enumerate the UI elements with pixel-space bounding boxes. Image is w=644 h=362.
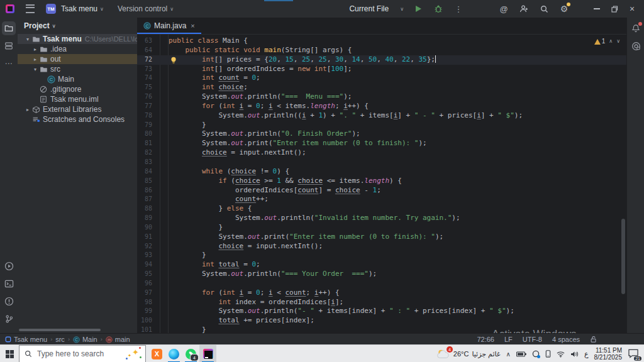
keyboard-language-indicator[interactable]: ع	[584, 350, 589, 358]
tab-main-java[interactable]: C Main.java ×	[137, 18, 201, 34]
indent-style[interactable]: 4 spaces	[552, 336, 580, 343]
code-line-93[interactable]: 93 }	[137, 251, 626, 260]
code-line-85[interactable]: 85 if (choice >= 1 && choice <= items.le…	[137, 177, 626, 186]
close-icon[interactable]: ×	[191, 22, 194, 30]
tree-item-out[interactable]: ▸out	[18, 54, 137, 64]
vcs-dropdown[interactable]: Version control	[118, 4, 167, 13]
chevron-collapsed-icon[interactable]: ▸	[31, 47, 39, 52]
code-line-76[interactable]: 76 System.out.println("=== Menu ===");	[137, 92, 626, 102]
unlock-icon[interactable]	[590, 336, 597, 343]
action-center-button[interactable]: 21	[628, 348, 640, 359]
tree-item-src[interactable]: ▾src	[18, 64, 137, 74]
tree-item-tsak-menu[interactable]: ▾Tsak menuC:\Users\DELL\IdeaProje	[18, 34, 137, 44]
caret-position[interactable]: 72:66	[477, 336, 494, 343]
start-button[interactable]	[0, 345, 19, 362]
volume-icon[interactable]	[570, 351, 579, 358]
chevron-expanded-icon[interactable]: ▾	[31, 67, 39, 72]
code-line-89[interactable]: 89 System.out.println("Invalid item numb…	[137, 214, 626, 223]
code-line-64[interactable]: 64 public static void main(String[] args…	[137, 46, 626, 55]
phone-icon[interactable]	[545, 350, 551, 358]
ai-assistant-tool-button[interactable]	[629, 39, 643, 53]
code-line-82[interactable]: 82 choice = input.nextInt();	[137, 148, 626, 158]
code-line-73[interactable]: 73 int[] orderedIndices = new int[100];	[137, 65, 626, 74]
terminal-tool-button[interactable]	[2, 277, 16, 290]
minimize-button[interactable]	[592, 8, 601, 9]
tree-item--idea[interactable]: ▸.idea	[18, 44, 137, 54]
code-line-63[interactable]: 63public class Main {	[137, 36, 626, 46]
code-line-94[interactable]: 94 int total = 0;	[137, 260, 626, 270]
tree-item-main[interactable]: CMain	[18, 74, 137, 84]
project-horizontal-scrollbar[interactable]	[19, 329, 101, 331]
next-problem-icon[interactable]: ∨	[616, 38, 620, 44]
inspections-widget[interactable]: 1 ∧ ∨	[594, 38, 620, 45]
battery-icon[interactable]	[516, 351, 526, 357]
close-button[interactable]: ×	[628, 4, 636, 14]
code-view[interactable]: 63public class Main {64 public static vo…	[137, 35, 626, 333]
breadcrumb-item-main[interactable]: mmain	[106, 336, 130, 343]
code-line-79[interactable]: 79 }	[137, 121, 626, 130]
code-line-96[interactable]: 96	[137, 279, 626, 288]
code-line-84[interactable]: 84 while (choice != 0) {	[137, 167, 626, 177]
code-line-100[interactable]: 100 total += prices[index];	[137, 316, 626, 326]
tray-expand-icon[interactable]: ∧	[506, 351, 511, 358]
taskbar-app-edge[interactable]	[165, 345, 182, 362]
structure-tool-button[interactable]	[2, 39, 16, 53]
code-line-78[interactable]: 78 System.out.println((i + 1) + ". " + i…	[137, 111, 626, 121]
prev-problem-icon[interactable]: ∧	[609, 38, 613, 44]
taskbar-search-input[interactable]: Type here to search ✦✦	[19, 345, 146, 362]
breadcrumb-item-src[interactable]: src	[55, 336, 65, 343]
chevron-collapsed-icon[interactable]: ▸	[24, 107, 31, 112]
debug-button[interactable]	[433, 3, 444, 14]
run-config-dropdown[interactable]: Current File	[349, 4, 389, 13]
tree-item-external-libraries[interactable]: ▸External Libraries	[18, 104, 137, 114]
code-line-87[interactable]: 87 count++;	[137, 195, 626, 204]
weather-widget[interactable]: 4 26°C غائم جزئيا	[436, 349, 501, 359]
problems-tool-button[interactable]	[2, 294, 16, 308]
taskbar-clock[interactable]: 11:51 PM 8/21/2025	[594, 347, 623, 361]
taskbar-app-xampp[interactable]: X	[148, 345, 165, 362]
chevron-expanded-icon[interactable]: ▾	[24, 36, 31, 42]
taskbar-app-intellij[interactable]	[199, 345, 216, 362]
line-separator[interactable]: LF	[504, 336, 513, 343]
intention-bulb-icon[interactable]	[170, 57, 177, 64]
code-line-83[interactable]: 83	[137, 158, 626, 167]
code-line-72[interactable]: 72 int[] prices = {20, 15, 25, 25, 30, 1…	[137, 55, 626, 65]
code-line-81[interactable]: 81 System.out.print("Enter item number (…	[137, 139, 626, 148]
run-tool-button[interactable]	[2, 259, 16, 273]
code-line-88[interactable]: 88 } else {	[137, 204, 626, 214]
code-line-98[interactable]: 98 int index = orderedIndices[i];	[137, 298, 626, 307]
project-tool-button[interactable]	[2, 21, 16, 35]
tree-item-tsak-menu-iml[interactable]: Tsak menu.iml	[18, 94, 137, 104]
breadcrumb-item-tsak-menu[interactable]: Tsak menu	[5, 336, 47, 343]
ai-assistant-icon[interactable]: @	[498, 3, 509, 14]
editor-vertical-scrollbar[interactable]	[621, 219, 625, 294]
chevron-collapsed-icon[interactable]: ▸	[31, 57, 39, 62]
more-tool-windows-button[interactable]: ⋯	[2, 57, 16, 70]
file-encoding[interactable]: UTF-8	[523, 336, 542, 343]
project-name-dropdown[interactable]: Tsak menu	[61, 4, 97, 13]
taskbar-app-whatsapp[interactable]: 4	[182, 345, 199, 362]
version-control-tool-button[interactable]	[2, 312, 16, 326]
restore-button[interactable]	[610, 6, 619, 13]
project-panel-header[interactable]: Project ∨	[18, 18, 137, 34]
code-line-97[interactable]: 97 for (int i = 0; i < count; i++) {	[137, 288, 626, 298]
code-line-80[interactable]: 80 System.out.println("0. Finish Order")…	[137, 129, 626, 139]
code-line-95[interactable]: 95 System.out.println("=== Your Order ==…	[137, 270, 626, 279]
run-button[interactable]	[413, 3, 424, 14]
search-highlights-icon[interactable]: ✦✦	[132, 348, 139, 357]
more-actions-button[interactable]: ⋮	[453, 3, 464, 14]
main-menu-icon[interactable]	[26, 4, 35, 13]
code-line-77[interactable]: 77 for (int i = 0; i < items.length; i++…	[137, 102, 626, 111]
code-line-91[interactable]: 91 System.out.print("Enter item number (…	[137, 233, 626, 242]
code-line-74[interactable]: 74 int count = 0;	[137, 74, 626, 83]
code-line-99[interactable]: 99 System.out.println("- " + items[index…	[137, 307, 626, 316]
search-everywhere-button[interactable]	[538, 3, 550, 14]
notifications-button[interactable]	[629, 21, 643, 35]
code-line-75[interactable]: 75 int choice;	[137, 83, 626, 92]
tree-item-scratches-and-consoles[interactable]: Scratches and Consoles	[18, 114, 137, 124]
project-badge[interactable]: TM	[46, 4, 56, 14]
code-line-90[interactable]: 90 }	[137, 223, 626, 233]
wifi-icon[interactable]	[557, 351, 565, 358]
code-with-me-button[interactable]	[518, 3, 530, 14]
breadcrumb-item-main[interactable]: CMain	[73, 336, 97, 343]
